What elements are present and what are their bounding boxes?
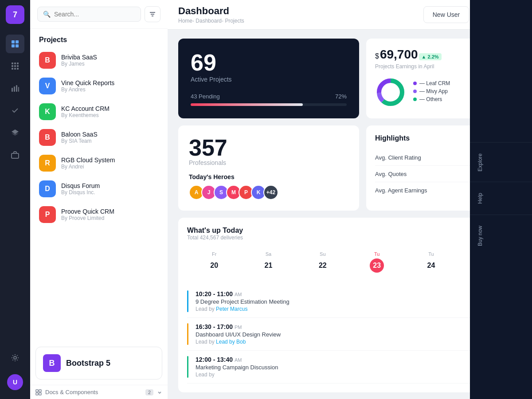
sidebar-icon-chart[interactable] xyxy=(6,79,24,98)
earnings-row: $ 69,700 ▲ 2.2% xyxy=(375,47,442,62)
list-item[interactable]: R RGB Cloud System By Andrei xyxy=(35,150,162,176)
event-bar xyxy=(187,290,188,312)
project-name: Vine Quick Reports xyxy=(61,79,114,86)
event-lead: Lead by Peter Marcus xyxy=(196,306,289,312)
donut-chart xyxy=(375,77,406,108)
svg-rect-24 xyxy=(36,390,38,392)
sidebar-icon-settings[interactable] xyxy=(6,348,24,367)
day-name: Sa xyxy=(241,251,295,257)
event-item: 16:30 - 17:00 PM Dashboard UI/UX Design … xyxy=(187,318,512,351)
day-number: 23 xyxy=(370,258,384,273)
day-name: Tu xyxy=(350,251,404,257)
earnings-subtitle: Projects Earnings in April xyxy=(375,63,442,70)
search-input-wrap[interactable]: 🔍 xyxy=(37,7,141,22)
event-lead-link[interactable]: Lead by Bob xyxy=(216,339,246,345)
svg-rect-0 xyxy=(12,40,15,43)
event-bar xyxy=(187,323,188,345)
event-time: 10:20 - 11:00 AM xyxy=(196,290,289,297)
bottom-nav[interactable]: Docs & Components 2 xyxy=(30,385,168,399)
list-item[interactable]: D Disqus Forum By Disqus Inc. xyxy=(35,176,162,202)
project-list: B Briviba SaaS By James V Vine Quick Rep… xyxy=(30,47,168,341)
highlight-label: Avg. Client Rating xyxy=(375,154,421,161)
active-projects-count: 69 xyxy=(191,51,347,74)
sidebar-icon-check[interactable] xyxy=(6,101,24,120)
svg-rect-4 xyxy=(12,63,13,64)
event-lead: Lead by Lead by Bob xyxy=(196,339,281,345)
project-info: Vine Quick Reports By Andres xyxy=(61,79,114,93)
header-title-section: Dashboard Home- Dashboard- Projects xyxy=(178,5,244,24)
new-user-button[interactable]: New User xyxy=(423,6,469,23)
svg-rect-16 xyxy=(18,87,19,92)
event-bar xyxy=(187,356,188,378)
search-input[interactable] xyxy=(54,11,135,18)
event-item: 10:20 - 11:00 AM 9 Degree Project Estima… xyxy=(187,285,512,318)
list-item[interactable]: K KC Account CRM By Keenthemes xyxy=(35,99,162,125)
highlight-label: Avg. Quotes xyxy=(375,171,407,177)
professionals-count: 357 xyxy=(189,136,348,159)
project-name: Briviba SaaS xyxy=(61,54,97,61)
project-icon: D xyxy=(39,180,56,197)
legend-name: — Others xyxy=(419,96,442,102)
hero-avatar: +42 xyxy=(263,185,278,200)
event-ampm: AM xyxy=(235,357,242,363)
sidebar-icon-grid[interactable] xyxy=(6,35,24,53)
event-info: 10:20 - 11:00 AM 9 Degree Project Estima… xyxy=(196,290,289,312)
earnings-amount: 69,700 xyxy=(380,47,418,62)
svg-rect-1 xyxy=(16,40,19,43)
svg-rect-11 xyxy=(14,68,16,70)
progress-section: 43 Pending 72% xyxy=(191,93,347,106)
calendar-day[interactable]: Tu 23 xyxy=(350,248,404,276)
sidebar-avatar[interactable]: 7 xyxy=(6,5,24,24)
project-by: By SIA Team xyxy=(61,138,98,144)
calendar-day[interactable]: Fr 20 xyxy=(187,248,241,276)
event-name: 9 Degree Project Estimation Meeting xyxy=(196,298,289,305)
project-by: By Proove Limited xyxy=(61,215,114,221)
professionals-label: Professionals xyxy=(189,159,348,166)
list-item[interactable]: B Baloon SaaS By SIA Team xyxy=(35,125,162,150)
project-by: By Disqus Inc. xyxy=(61,189,100,196)
list-item[interactable]: P Proove Quick CRM By Proove Limited xyxy=(35,202,162,227)
project-name: RGB Cloud System xyxy=(61,156,115,164)
day-name: Tu xyxy=(404,251,458,257)
svg-marker-17 xyxy=(12,129,19,134)
svg-rect-13 xyxy=(12,88,13,92)
svg-rect-12 xyxy=(17,68,19,70)
calendar-days: Fr 20 Sa 21 Su 22 Tu 23 Tu 24 We 25 xyxy=(187,248,512,276)
calendar-title: What's up Today xyxy=(187,227,512,235)
calendar-day[interactable]: Su 22 xyxy=(296,248,350,276)
svg-rect-5 xyxy=(14,63,16,64)
right-panel-item[interactable]: Buy now xyxy=(470,215,532,257)
list-item[interactable]: V Vine Quick Reports By Andres xyxy=(35,73,162,99)
heroes-section: Today's Heroes AJSMPK+42 xyxy=(189,173,348,200)
right-panel-item[interactable]: Help xyxy=(470,182,532,215)
user-avatar[interactable]: U xyxy=(7,374,23,390)
legend-dot xyxy=(413,82,417,85)
project-name: Disqus Forum xyxy=(61,182,100,189)
calendar-day[interactable]: Sa 21 xyxy=(241,248,295,276)
project-name: Baloon SaaS xyxy=(61,131,98,138)
page-title: Dashboard xyxy=(178,5,244,17)
svg-rect-9 xyxy=(17,65,19,67)
project-info: KC Account CRM By Keenthemes xyxy=(61,105,110,118)
event-lead-link[interactable]: Peter Marcus xyxy=(216,306,247,312)
svg-rect-10 xyxy=(12,68,13,70)
right-panel-item[interactable]: Explore xyxy=(470,142,532,182)
heroes-title: Today's Heroes xyxy=(189,173,348,180)
svg-rect-3 xyxy=(16,44,19,47)
svg-rect-15 xyxy=(16,85,17,92)
progress-pct: 72% xyxy=(335,93,347,100)
filter-button[interactable] xyxy=(145,6,160,22)
project-icon: R xyxy=(39,155,56,172)
svg-rect-14 xyxy=(14,86,15,92)
bootstrap-card[interactable]: B Bootstrap 5 xyxy=(35,347,162,379)
project-by: By Andres xyxy=(61,86,114,93)
project-name: KC Account CRM xyxy=(61,105,110,112)
sidebar-icon-apps[interactable] xyxy=(6,57,24,75)
sidebar-icon-layers[interactable] xyxy=(6,123,24,142)
progress-label: 43 Pending 72% xyxy=(191,93,347,100)
calendar-day[interactable]: Tu 24 xyxy=(404,248,458,276)
list-item[interactable]: B Briviba SaaS By James xyxy=(35,47,162,73)
project-icon: P xyxy=(39,206,56,223)
sidebar-icon-briefcase[interactable] xyxy=(6,145,24,164)
projects-panel: 🔍 Projects B Briviba SaaS By James V Vin… xyxy=(30,0,168,399)
